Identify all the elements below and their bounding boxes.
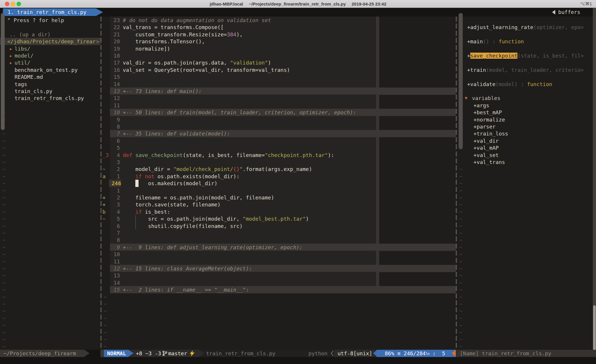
code-line[interactable]: if not os.path.exists(model_dir): bbox=[123, 173, 240, 180]
line-number: 13 bbox=[109, 272, 120, 279]
color-column bbox=[376, 45, 379, 52]
line-number: 17 bbox=[109, 59, 120, 66]
code-line[interactable]: def save_checkpoint(state, is_best, file… bbox=[123, 151, 334, 159]
tree-help-line: " Press ? for help bbox=[7, 17, 64, 24]
code-line[interactable]: val_dir = os.path.join(args.data, "valid… bbox=[123, 59, 271, 66]
color-column bbox=[376, 123, 379, 130]
tree-item-benchmark_on_test-py[interactable]: benchmark_on_test.py bbox=[15, 66, 78, 74]
folded-code-line[interactable]: +-- 15 lines: class AverageMeter(object)… bbox=[123, 265, 252, 272]
statusline-filetype: python bbox=[308, 350, 327, 357]
tagbar-item[interactable]: +parser bbox=[473, 123, 496, 130]
folded-code-line[interactable]: +-- 73 lines: def main(): bbox=[123, 88, 202, 95]
empty-line-tilde: ~ bbox=[104, 307, 107, 315]
color-column bbox=[376, 258, 379, 265]
empty-line-tilde: ~ bbox=[2, 300, 6, 308]
tree-item-model[interactable]: model/ bbox=[15, 52, 33, 59]
folded-code-line[interactable]: +-- 9 lines: def adjust_learning_rate(op… bbox=[123, 244, 303, 251]
code-editor[interactable]: 23# do not do data augmentation on valid… bbox=[100, 17, 456, 350]
empty-line-tilde: ~ bbox=[2, 329, 6, 336]
fold-triangle-icon[interactable]: ▼ bbox=[465, 94, 467, 102]
command-line[interactable] bbox=[0, 357, 596, 364]
code-line[interactable]: val_trans = transforms.Compose([ bbox=[123, 24, 224, 31]
tree-item-libs[interactable]: libs/ bbox=[15, 45, 30, 52]
empty-line-tilde: ~ bbox=[104, 300, 107, 308]
tagbar-item[interactable]: +train(model, train_loader, criterio> bbox=[467, 66, 584, 74]
code-line[interactable]: torch.save(state, filename) bbox=[123, 201, 221, 208]
empty-line-tilde: ~ bbox=[2, 130, 6, 137]
statusline-filename: train_retr_from_cls.py bbox=[206, 350, 275, 357]
tree-item-README-md[interactable]: README.md bbox=[15, 73, 43, 81]
code-token: torch.save(state, filename) bbox=[123, 201, 221, 208]
code-token: val_dir = os.path.join(args.data, bbox=[123, 60, 230, 66]
nerdtree-scrollbar-thumb[interactable] bbox=[1, 13, 5, 130]
code-token: os.makedirs(model_dir) bbox=[123, 180, 217, 186]
code-line[interactable]: os.makedirs(model_dir) bbox=[123, 180, 217, 187]
file-tree: " Press ? for help.. (up a dir)</jdhao/P… bbox=[0, 17, 100, 350]
code-line[interactable]: src = os.path.join(model_dir, "model_bes… bbox=[123, 215, 309, 222]
chevron-right-icon: ▸ bbox=[9, 45, 13, 52]
empty-line-tilde: ~ bbox=[2, 258, 6, 265]
line-number: 2 bbox=[109, 165, 120, 173]
tagbar-item[interactable]: +normalize bbox=[473, 116, 505, 123]
tagbar-item[interactable]: +validate(model) : function bbox=[467, 81, 552, 88]
tagbar-item[interactable]: +best_mAP bbox=[473, 109, 502, 116]
tagbar-token: (model, train_loader, criterio bbox=[486, 67, 581, 73]
line-number: 14 bbox=[109, 279, 120, 286]
color-column bbox=[376, 151, 379, 159]
code-line[interactable]: filename = os.path.join(model_dir, filen… bbox=[123, 194, 274, 201]
empty-line-tilde: ~ bbox=[459, 215, 462, 222]
buffer-line-bg bbox=[110, 272, 376, 279]
code-token bbox=[123, 173, 135, 179]
tagbar-item[interactable]: +save_checkpoint(state, is_best, fil> bbox=[467, 52, 584, 59]
empty-line-tilde: ~ bbox=[459, 222, 462, 230]
tagbar-item[interactable]: +adjust_learning_rate(optimizer, epo> bbox=[467, 24, 584, 31]
tagbar-token: function bbox=[527, 81, 552, 87]
code-line[interactable]: model_dir = "model/check_point/{}".forma… bbox=[123, 165, 312, 173]
code-line[interactable]: transforms.ToTensor(), bbox=[123, 38, 205, 45]
folded-code-line[interactable]: +-- 50 lines: def train(model, train_loa… bbox=[123, 109, 356, 116]
folded-code-line[interactable]: +-- 35 lines: def validate(model): bbox=[123, 130, 230, 137]
tree-item-train_cls-py[interactable]: train_cls.py bbox=[15, 88, 52, 95]
code-token: is_best: bbox=[142, 209, 170, 215]
tagbar-item[interactable]: +val_mAP bbox=[473, 144, 499, 151]
tagbar-item[interactable]: +train_loss bbox=[473, 130, 508, 137]
code-line[interactable]: normalize]) bbox=[123, 45, 170, 52]
tagbar-scrollbar-thumb[interactable] bbox=[459, 13, 463, 149]
code-line[interactable]: if is_best: bbox=[123, 208, 170, 215]
tagbar-item[interactable]: +val_set bbox=[473, 151, 499, 159]
code-token: model_dir = bbox=[123, 166, 173, 172]
code-line[interactable]: custom_transform.Resize(size=384), bbox=[123, 31, 243, 38]
buffer-line-bg bbox=[110, 137, 376, 144]
tagbar-item[interactable]: +main() : function bbox=[467, 38, 524, 45]
tagbar-item[interactable]: +val_dir bbox=[473, 137, 499, 144]
title-host: jdhao-MBP.local bbox=[210, 1, 243, 6]
tab-train-retr-from-cls[interactable]: 1. train_retr_from_cls.py bbox=[3, 8, 103, 16]
code-line[interactable]: shutil.copyfile(filename, src) bbox=[123, 222, 243, 230]
tagbar-item[interactable]: +val_trans bbox=[473, 158, 505, 166]
gutter-sign: + bbox=[102, 194, 106, 201]
code-line[interactable]: # do not do data augmentation on validat… bbox=[123, 17, 271, 24]
tagbar-token: +val_set bbox=[473, 152, 499, 158]
tree-item-train_retr_from_cls-py[interactable]: train_retr_from_cls.py bbox=[15, 94, 84, 102]
empty-line-tilde: ~ bbox=[2, 336, 6, 343]
tree-up-dir[interactable]: .. (up a dir) bbox=[10, 31, 51, 38]
line-number: 11 bbox=[109, 102, 120, 109]
code-token: "checkpoint.pth.tar" bbox=[265, 152, 328, 158]
window-title: jdhao-MBP.local ~/Projects/deep_firearm/… bbox=[0, 0, 596, 8]
code-token: ) bbox=[268, 60, 271, 66]
color-column bbox=[376, 52, 379, 59]
folded-code-line[interactable]: +-- 2 lines: if __name__ == "__main__": bbox=[123, 286, 249, 293]
code-token bbox=[132, 152, 136, 158]
line-number: 15 bbox=[109, 286, 120, 293]
tree-root[interactable]: </jdhao/Projects/deep_firear bbox=[7, 38, 95, 45]
line-number: 9 bbox=[109, 116, 120, 123]
empty-line-tilde: ~ bbox=[459, 229, 462, 237]
tree-item-util[interactable]: util/ bbox=[15, 59, 30, 66]
code-line[interactable]: val_set = QuerySet(root=val_dir, transfo… bbox=[123, 66, 290, 74]
tree-item-tags[interactable]: tags bbox=[15, 81, 27, 88]
tagbar-section-variables[interactable]: variables bbox=[472, 94, 501, 102]
titlebar[interactable]: jdhao-MBP.local ~/Projects/deep_firearm/… bbox=[0, 0, 596, 8]
gutter-sign: a bbox=[102, 173, 106, 180]
empty-line-tilde: ~ bbox=[2, 222, 6, 230]
tagbar-item[interactable]: +args bbox=[473, 102, 489, 109]
